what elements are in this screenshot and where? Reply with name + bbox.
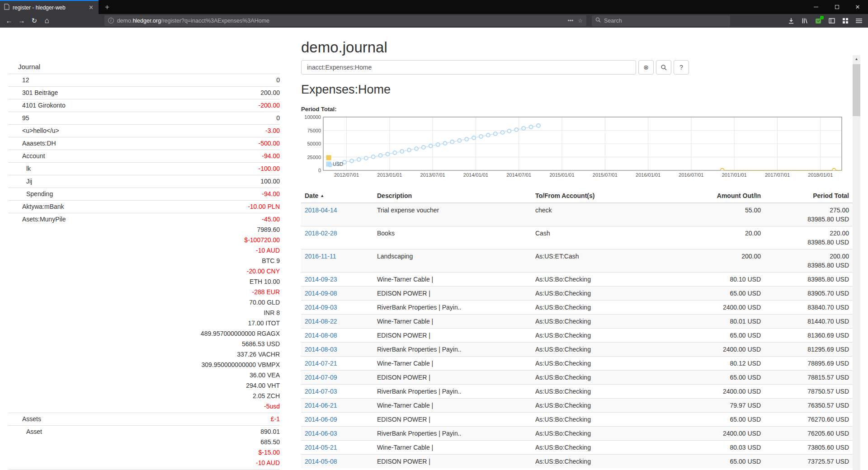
transaction-date-link[interactable]: 2014-06-03 bbox=[305, 430, 337, 437]
sidebar-account-link[interactable]: Aaasets:DH bbox=[8, 138, 56, 149]
transaction-description: RiverBank Properties | Payin.. bbox=[373, 301, 532, 315]
period-total-line: 78815.57 USD bbox=[768, 373, 849, 382]
period-total-line: 76205.60 USD bbox=[768, 429, 849, 438]
period-total-chart: USD02500050000750001000002012/07/012013/… bbox=[301, 114, 853, 182]
menu-button[interactable] bbox=[853, 15, 865, 26]
transaction-date-link[interactable]: 2014-09-23 bbox=[305, 276, 337, 283]
sidebar-account-link[interactable]: <u>hello</u> bbox=[8, 126, 59, 136]
transaction-date-link[interactable]: 2014-09-08 bbox=[305, 290, 337, 297]
sidebar-account-link[interactable]: Jij bbox=[8, 176, 32, 187]
transaction-date-link[interactable]: 2018-02-28 bbox=[305, 230, 337, 237]
transaction-description: Wine-Tarner Cable | bbox=[373, 357, 532, 371]
sidebar-account-row: 4101 Girokonto-200.00 bbox=[8, 99, 280, 112]
sidebar-account-link[interactable]: Assets bbox=[8, 414, 41, 424]
sidebar-account-link[interactable]: lk bbox=[8, 164, 31, 174]
transaction-account: As:US:Bo:Checking bbox=[532, 273, 681, 287]
scroll-up-icon[interactable]: ▲ bbox=[853, 55, 860, 63]
transaction-date-link[interactable]: 2014-08-22 bbox=[305, 318, 337, 325]
period-total-cell: 76350.57 USD bbox=[764, 399, 853, 413]
help-button[interactable]: ? bbox=[674, 60, 689, 75]
back-button[interactable]: ← bbox=[3, 15, 15, 26]
transaction-date-link[interactable]: 2014-05-08 bbox=[305, 458, 337, 465]
library-button[interactable] bbox=[799, 15, 811, 26]
sidebar-account-link[interactable]: 301 Beiträge bbox=[8, 88, 58, 98]
transaction-date-link[interactable]: 2014-08-08 bbox=[305, 332, 337, 339]
site-info-icon[interactable]: i bbox=[108, 18, 114, 24]
new-tab-button[interactable]: + bbox=[100, 0, 114, 14]
downloads-button[interactable] bbox=[785, 15, 797, 26]
extension-icon[interactable] bbox=[812, 15, 824, 26]
browser-search-bar[interactable]: Search bbox=[592, 15, 730, 26]
sidebar-account-link[interactable]: Aktywa:mBank bbox=[8, 202, 64, 212]
period-total-cell: 81440.70 USD bbox=[764, 315, 853, 329]
sidebar-account-link[interactable]: 12 bbox=[8, 75, 29, 85]
table-header-row: Date▲ Description To/From Account(s) Amo… bbox=[301, 189, 853, 203]
account-balance: 200.00 bbox=[260, 88, 280, 98]
transaction-date-link[interactable]: 2014-05-21 bbox=[305, 444, 337, 451]
journal-link[interactable]: Journal bbox=[8, 61, 280, 74]
tab-close-icon[interactable]: ✕ bbox=[88, 4, 94, 11]
sidebar-account-link[interactable]: Spending bbox=[8, 189, 53, 199]
account-balance: -94.00 bbox=[262, 189, 280, 199]
home-button[interactable]: ⌂ bbox=[41, 15, 53, 26]
column-header-total[interactable]: Period Total bbox=[764, 189, 853, 203]
table-row: 2014-06-09EDISON POWER |As:US:Bo:Checkin… bbox=[301, 413, 853, 427]
clear-query-button[interactable]: ⊗ bbox=[638, 60, 654, 75]
window-close-button[interactable]: ✕ bbox=[847, 0, 868, 14]
transaction-amount: 65.00 USD bbox=[681, 329, 764, 343]
transaction-date-link[interactable]: 2014-08-03 bbox=[305, 346, 337, 353]
account-balances: -3.00 bbox=[265, 126, 280, 136]
register-table: Date▲ Description To/From Account(s) Amo… bbox=[301, 189, 853, 468]
transaction-date-link[interactable]: 2016-11-11 bbox=[305, 253, 336, 260]
transaction-date-link[interactable]: 2014-06-21 bbox=[305, 402, 337, 409]
period-total-line: 83840.70 USD bbox=[768, 303, 849, 312]
scrollbar-thumb[interactable] bbox=[853, 64, 860, 116]
svg-text:USD: USD bbox=[333, 161, 343, 167]
transaction-date-link[interactable]: 2014-06-09 bbox=[305, 416, 337, 423]
account-balance: 70.00 GLD bbox=[201, 297, 280, 308]
account-balances: £-1 bbox=[271, 414, 280, 424]
bookmark-star-icon[interactable]: ☆ bbox=[578, 18, 583, 24]
sidebar-account-link[interactable]: Asset bbox=[8, 427, 42, 437]
period-total-line: 83905.70 USD bbox=[768, 289, 849, 298]
search-submit-button[interactable] bbox=[656, 60, 671, 75]
minimize-icon bbox=[814, 7, 818, 7]
column-header-date[interactable]: Date▲ bbox=[301, 189, 373, 203]
period-total-cell: 76270.60 USD bbox=[764, 413, 853, 427]
account-balance: -100.00 bbox=[259, 164, 280, 174]
window-restore-button[interactable] bbox=[826, 0, 847, 14]
transaction-date-link[interactable]: 2014-07-03 bbox=[305, 388, 337, 395]
account-balance: -94.00 bbox=[262, 151, 280, 161]
forward-button[interactable]: → bbox=[16, 15, 28, 26]
page-actions-icon[interactable]: ••• bbox=[568, 18, 574, 24]
window-minimize-button[interactable] bbox=[806, 0, 826, 14]
column-header-amount[interactable]: Amount Out/In bbox=[681, 189, 764, 203]
apps-grid-button[interactable] bbox=[840, 15, 851, 26]
account-balances: -94.00 bbox=[262, 151, 280, 161]
account-balance: -288 EUR bbox=[201, 287, 280, 297]
sidebar-toggle-button[interactable] bbox=[826, 15, 838, 26]
query-input[interactable] bbox=[301, 60, 636, 75]
account-balance: -500.00 bbox=[259, 138, 280, 149]
svg-text:2015/01/01: 2015/01/01 bbox=[549, 172, 574, 178]
transaction-date-link[interactable]: 2018-04-14 bbox=[305, 207, 337, 214]
transaction-date-link[interactable]: 2014-09-03 bbox=[305, 304, 337, 311]
transaction-date-link[interactable]: 2014-07-21 bbox=[305, 360, 337, 367]
table-row: 2014-06-21Wine-Tarner Cable |As:US:Bo:Ch… bbox=[301, 399, 853, 413]
sidebar-account-link[interactable]: Asets:MunyPile bbox=[8, 214, 66, 225]
column-header-description[interactable]: Description bbox=[373, 189, 532, 203]
active-tab[interactable]: register - hledger-web ✕ bbox=[0, 0, 99, 14]
sidebar-account-link[interactable]: 4101 Girokonto bbox=[8, 100, 66, 111]
svg-text:2014/01/01: 2014/01/01 bbox=[463, 172, 488, 178]
sidebar-account-link[interactable]: Account bbox=[8, 151, 45, 161]
page-scrollbar[interactable]: ▲ ▼ bbox=[853, 55, 860, 470]
column-header-account[interactable]: To/From Account(s) bbox=[532, 189, 681, 203]
url-bar[interactable]: i demo.hledger.org/register?q=inacct%3AE… bbox=[104, 15, 586, 26]
reload-button[interactable]: ↻ bbox=[28, 15, 40, 26]
transaction-date-link[interactable]: 2014-07-09 bbox=[305, 374, 337, 381]
transaction-amount: 2400.00 USD bbox=[681, 385, 764, 399]
period-total-cell: 78750.57 USD bbox=[764, 385, 853, 399]
period-total-cell: 275.0083985.80 USD bbox=[764, 203, 853, 226]
account-balance: -10 AUD bbox=[201, 245, 280, 256]
sidebar-account-link[interactable]: 95 bbox=[8, 113, 29, 123]
